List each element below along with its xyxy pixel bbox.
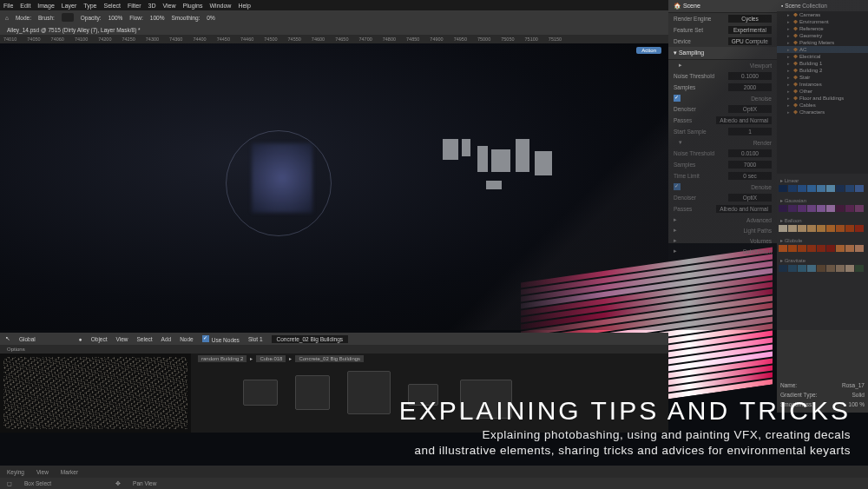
start-sample-input[interactable]: 1 [728,128,772,135]
slot-dropdown[interactable]: Slot 1 [248,336,263,342]
time-limit-input[interactable]: 0 sec [728,172,772,180]
outliner-item[interactable]: ▸Geometry [777,32,868,39]
color-swatch[interactable] [817,245,825,252]
cursor-icon[interactable]: ↖ [5,335,10,342]
color-swatch[interactable] [788,265,797,272]
color-swatch[interactable] [779,225,787,232]
outliner-item[interactable]: ▸Stair [777,74,868,81]
outliner-item[interactable]: ▸Building 1 [777,60,868,67]
color-swatch[interactable] [836,265,845,272]
menu-filter[interactable]: Filter [128,3,141,9]
color-swatch[interactable] [779,205,787,212]
outliner-item[interactable]: ▸Cables [777,102,868,109]
render-noise-input[interactable]: 0.0100 [728,149,772,157]
samples-input[interactable]: 2000 [728,83,772,91]
color-swatch[interactable] [788,245,797,252]
color-swatch[interactable] [826,225,835,232]
color-swatch[interactable] [807,245,816,252]
view-menu[interactable]: View [116,336,128,342]
color-swatch[interactable] [817,265,825,272]
color-swatch[interactable] [845,225,854,232]
outliner-item[interactable]: ▸Other [777,88,868,95]
smoothing-value[interactable]: 0% [207,15,214,21]
breadcrumb-item[interactable]: Concrete_02 Big Buildings [295,355,364,362]
color-swatch[interactable] [855,245,864,252]
color-swatch[interactable] [826,205,835,212]
outliner-item[interactable]: ▸AC [777,46,868,53]
material-name[interactable]: Concrete_02 Big Buildings [272,335,349,343]
render-denoise-checkbox[interactable] [674,183,681,190]
select-menu[interactable]: Select [137,336,153,342]
view-label[interactable]: View [36,469,49,475]
color-swatch[interactable] [845,185,854,192]
marker-label[interactable]: Marker [61,469,78,475]
denoiser-dropdown[interactable]: OptiX [728,105,772,113]
color-swatch[interactable] [817,185,825,192]
menu-edit[interactable]: Edit [20,3,30,9]
color-swatch[interactable] [817,225,825,232]
color-swatch[interactable] [855,265,864,272]
menu-plugins[interactable]: Plugins [183,3,203,9]
render-denoiser-dropdown[interactable]: OptiX [728,194,772,202]
swatch-group-label[interactable]: ▸ Gaussian [779,195,866,205]
add-menu[interactable]: Add [161,336,172,342]
breadcrumb-item[interactable]: random Building 2 [198,355,247,362]
color-swatch[interactable] [788,225,797,232]
color-swatch[interactable] [798,225,806,232]
color-swatch[interactable] [807,265,816,272]
feature-set-dropdown[interactable]: Experimental [728,26,772,34]
outliner-item[interactable]: ▸Reference [777,25,868,32]
color-swatch[interactable] [807,225,816,232]
swatch-group-label[interactable]: ▸ Gravitate [779,255,866,265]
color-swatch[interactable] [807,205,816,212]
color-swatch[interactable] [779,245,787,252]
options-row[interactable]: Options [0,345,668,354]
node-menu[interactable]: Node [180,336,194,342]
menu-3d[interactable]: 3D [148,3,156,9]
subdivision-section[interactable]: Subdivision [743,248,772,254]
noise-threshold-input[interactable]: 0.1000 [728,72,772,80]
keying-label[interactable]: Keying [7,469,24,475]
color-swatch[interactable] [798,265,806,272]
outliner-item[interactable]: ▸Characters [777,109,868,116]
outliner-item[interactable]: ▸Environment [777,18,868,25]
swatch-group-label[interactable]: ▸ Linear [779,175,866,185]
denoise-checkbox[interactable] [674,95,681,102]
render-passes-dropdown[interactable]: Albedo and Normal [716,205,772,213]
use-nodes-checkbox[interactable] [202,335,209,342]
outliner-item[interactable]: ▸Electrical [777,53,868,60]
sampling-header[interactable]: ▾ Sampling [668,47,777,60]
device-dropdown[interactable]: GPU Compute [728,37,772,45]
brush-preview[interactable] [62,13,74,22]
color-swatch[interactable] [836,225,845,232]
color-swatch[interactable] [779,185,787,192]
color-swatch[interactable] [826,265,835,272]
color-swatch[interactable] [788,205,797,212]
color-swatch[interactable] [836,245,845,252]
outliner-item[interactable]: ▸Instances [777,81,868,88]
outliner-item[interactable]: ▸Parking Meters [777,39,868,46]
advanced-section[interactable]: Advanced [746,217,772,223]
gradient-name-value[interactable]: Rosa_17 [842,382,865,388]
outliner-item[interactable]: ▸Building 2 [777,67,868,74]
menu-help[interactable]: Help [238,3,250,9]
color-swatch[interactable] [826,245,835,252]
color-swatch[interactable] [798,185,806,192]
render-engine-dropdown[interactable]: Cycles [728,15,772,23]
color-swatch[interactable] [855,185,864,192]
passes-dropdown[interactable]: Albedo and Normal [716,116,772,124]
global-dropdown[interactable]: Global [19,336,36,342]
outliner-item[interactable]: ▸Floor and Buildings [777,95,868,102]
color-swatch[interactable] [826,185,835,192]
color-swatch[interactable] [798,245,806,252]
swatch-group-label[interactable]: ▸ Globule [779,235,866,245]
color-swatch[interactable] [855,225,864,232]
menu-view[interactable]: View [163,3,176,9]
opacity-value[interactable]: 100% [108,15,123,21]
color-swatch[interactable] [817,205,825,212]
menu-image[interactable]: Image [37,3,54,9]
object-menu[interactable]: Object [91,336,108,342]
menu-type[interactable]: Type [83,3,96,9]
breadcrumb-item[interactable]: Cube.018 [256,355,286,362]
menu-select[interactable]: Select [104,3,121,9]
